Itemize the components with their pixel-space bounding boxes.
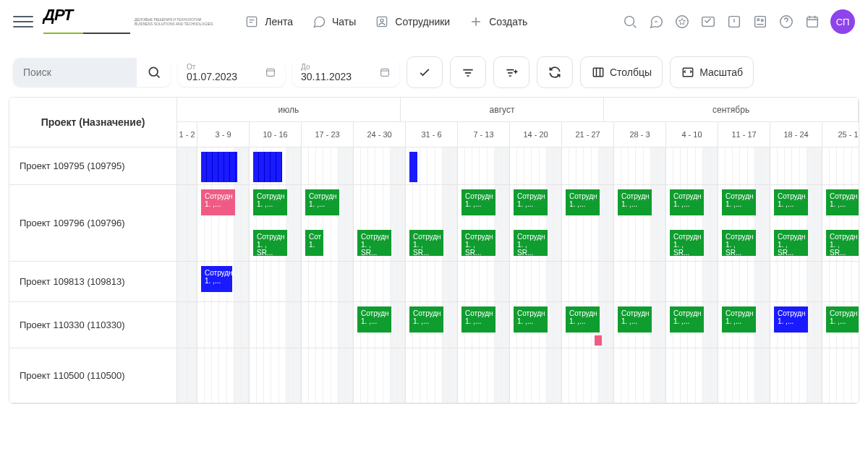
calendar-small-icon: [379, 67, 391, 78]
gantt-bar[interactable]: Сотрудн 1. ,...: [774, 306, 808, 333]
refresh-button[interactable]: [537, 56, 573, 88]
nav-chats[interactable]: Чаты: [312, 14, 356, 29]
gantt-bar[interactable]: Сотрудн 1. ,...: [826, 189, 859, 215]
gantt-bar[interactable]: Сотрудн 1. , SR...: [774, 230, 808, 256]
star-icon[interactable]: [674, 14, 690, 30]
gantt-bar[interactable]: Сотрудн 1. , SR...: [461, 230, 495, 256]
gantt-row: Проект 109813 (109813) Сотрудн 1. ,...: [9, 262, 859, 302]
month-header: сентябрь: [604, 98, 859, 121]
help-icon[interactable]: [778, 14, 794, 30]
gantt-bar[interactable]: [253, 152, 282, 182]
project-label[interactable]: Проект 109795 (109795): [9, 147, 177, 184]
gantt-bar[interactable]: Сотрудн 1. ,...: [566, 189, 600, 215]
gantt-bar[interactable]: Сотрудн 1. , SR...: [722, 230, 756, 256]
week-header: 14 - 20: [510, 122, 562, 147]
gantt-bar[interactable]: Сотрудн 1. ,...: [514, 189, 548, 215]
gantt-bar[interactable]: Сотрудн 1. , SR...: [670, 230, 704, 256]
week-header: 1 - 2: [177, 122, 197, 147]
menu-button[interactable]: [13, 12, 33, 32]
gantt-chart: Проект (Назначение) июльавгустсентябрь 1…: [9, 97, 859, 404]
alert-icon[interactable]: [726, 14, 742, 30]
timeline[interactable]: Сотрудн 1. ,...Сотрудн 1. ,...Сотрудн 1.…: [177, 302, 859, 348]
refresh-icon: [548, 65, 562, 80]
gantt-bar[interactable]: Сотрудн 1. ,...: [305, 189, 339, 215]
employees-icon: [375, 14, 389, 29]
gantt-bar[interactable]: Сотрудн 1. ,...: [670, 189, 704, 215]
month-header: июль: [177, 98, 401, 121]
gantt-bar[interactable]: Сотрудн 1. ,...: [357, 306, 391, 333]
gantt-bar[interactable]: Сотрудн 1. , SR...: [357, 230, 391, 256]
gantt-bar[interactable]: Сотрудн 1. ,...: [201, 189, 235, 215]
gantt-bar[interactable]: Сотрудн 1. ,...: [514, 306, 548, 333]
gantt-bar[interactable]: Сотрудн 1. ,...: [253, 189, 287, 215]
gantt-bar[interactable]: [201, 152, 237, 182]
timeline[interactable]: [177, 147, 859, 184]
svg-rect-2: [247, 17, 257, 26]
columns-icon: [591, 65, 605, 80]
gantt-bar[interactable]: [409, 152, 417, 182]
scale-icon: [681, 65, 695, 80]
gantt-row: Проект 109795 (109795): [9, 147, 859, 185]
gantt-bar[interactable]: Сотрудн 1. , SR...: [253, 230, 287, 256]
week-header: 18 - 24: [770, 122, 822, 147]
logo[interactable]: ДРТ ДЕЛОВЫЕ РЕШЕНИЯ И ТЕХНОЛОГИИ BUSINES…: [43, 6, 213, 38]
week-header: 24 - 30: [354, 122, 406, 147]
gantt-bar[interactable]: Сотрудн 1. ,...: [566, 306, 600, 333]
gantt-bar[interactable]: Сотрудн 1. ,...: [722, 306, 756, 333]
dashboard-icon[interactable]: [752, 14, 768, 30]
date-to[interactable]: До 30.11.2023: [292, 59, 399, 87]
gantt-bar[interactable]: Сотрудн 1. ,...: [670, 306, 704, 333]
help-chat-icon[interactable]: [648, 14, 664, 30]
apply-button[interactable]: [407, 56, 443, 88]
nav-create[interactable]: Создать: [469, 14, 527, 29]
gantt-bar[interactable]: Сотрудн 1. ,...: [461, 189, 495, 215]
nav-feed[interactable]: Лента: [244, 14, 293, 29]
nav-links: Лента Чаты Сотрудники Создать: [244, 14, 527, 29]
add-filter-button[interactable]: [493, 56, 529, 88]
gantt-bar[interactable]: Сотрудн 1. ,...: [618, 189, 652, 215]
week-header: 25 - 1: [822, 122, 859, 147]
search-input[interactable]: [13, 58, 136, 87]
gantt-bar[interactable]: Сотрудн 1. , SR...: [514, 230, 548, 256]
mail-check-icon[interactable]: [700, 14, 716, 30]
search-icon[interactable]: [622, 14, 638, 30]
svg-point-4: [380, 19, 383, 22]
timeline[interactable]: Сотрудн 1. ,...Сотрудн 1. ,...Сотрудн 1.…: [177, 185, 859, 261]
week-header: 11 - 17: [718, 122, 770, 147]
gantt-bar[interactable]: [595, 335, 602, 346]
plus-icon: [469, 14, 483, 29]
scale-button[interactable]: Масштаб: [670, 56, 754, 88]
columns-button[interactable]: Столбцы: [580, 56, 663, 88]
gantt-bar[interactable]: Сотрудн 1. ,...: [461, 306, 495, 333]
project-label[interactable]: Проект 109813 (109813): [9, 262, 177, 301]
project-label[interactable]: Проект 110330 (110330): [9, 302, 177, 348]
svg-point-5: [625, 17, 634, 26]
gantt-bar[interactable]: Сотрудн 1. ,...: [409, 306, 443, 333]
gantt-bar[interactable]: Сотрудн 1. ,...: [201, 266, 232, 292]
gantt-bar[interactable]: Сотрудн 1. , SR...: [826, 230, 859, 256]
avatar[interactable]: СП: [830, 9, 855, 34]
calendar-icon[interactable]: [804, 14, 820, 30]
gantt-row: Проект 110330 (110330) Сотрудн 1. ,...Со…: [9, 302, 859, 348]
nav-employees[interactable]: Сотрудники: [375, 14, 450, 29]
svg-rect-9: [755, 17, 766, 27]
project-label[interactable]: Проект 109796 (109796): [9, 185, 177, 261]
week-header: 4 - 10: [666, 122, 718, 147]
search-button[interactable]: [136, 58, 171, 87]
date-from[interactable]: От 01.07.2023: [178, 59, 285, 87]
project-label[interactable]: Проект 110500 (110500): [9, 348, 177, 403]
gantt-bar[interactable]: Сотрудн 1. ,...: [774, 189, 808, 215]
svg-rect-17: [593, 68, 603, 77]
filter-icon: [461, 65, 475, 80]
month-header: август: [401, 98, 604, 121]
gantt-bar[interactable]: Сотрудн 1. ,...: [826, 306, 859, 333]
filter-button[interactable]: [450, 56, 486, 88]
gantt-bar[interactable]: Сотрудн 1. , SR...: [409, 230, 443, 256]
timeline[interactable]: Сотрудн 1. ,...: [177, 262, 859, 301]
timeline[interactable]: [177, 348, 859, 403]
svg-rect-16: [381, 69, 389, 76]
gantt-bar[interactable]: Сотрудн 1. ,...: [618, 306, 652, 333]
gantt-bar[interactable]: Сотрудн 1. ,...: [722, 189, 756, 215]
gantt-bar[interactable]: Сот 1.: [305, 230, 323, 256]
svg-point-6: [676, 16, 689, 28]
